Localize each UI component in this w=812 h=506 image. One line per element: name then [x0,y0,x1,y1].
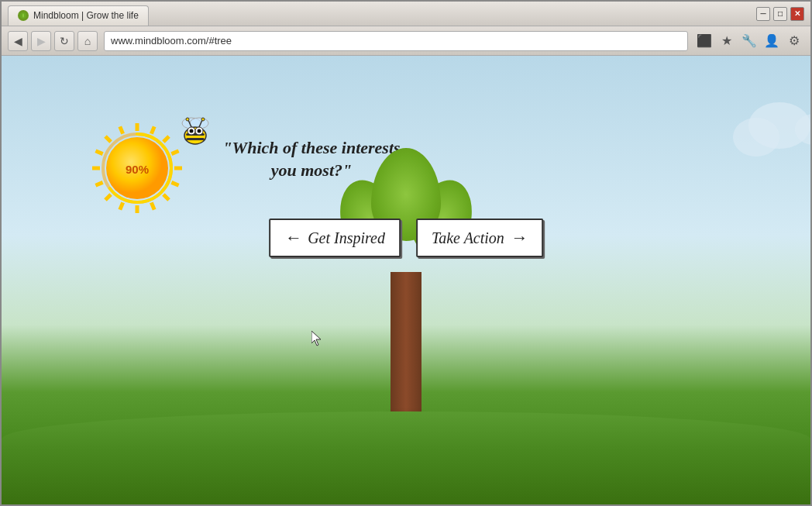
bee [176,114,207,141]
address-bar[interactable] [111,35,681,46]
user-icon[interactable]: 👤 [762,31,782,51]
reload-icon: ↻ [60,35,69,47]
take-action-label: Take Action [432,229,504,247]
svg-line-3 [163,136,169,142]
home-button[interactable]: ⌂ [77,31,98,51]
tab-title: Mindbloom | Grow the life [33,10,139,21]
svg-rect-24 [186,138,205,140]
settings-icon[interactable]: ⚙ [784,31,804,51]
svg-line-4 [171,151,178,154]
tree [329,133,483,427]
get-inspired-label: Get Inspired [308,229,385,247]
svg-point-30 [186,118,189,121]
arrow-right-icon: → [511,228,528,248]
close-button[interactable]: ✕ [790,7,804,21]
reload-button[interactable]: ↻ [54,31,74,51]
maximize-button[interactable]: □ [773,7,787,21]
minimize-button[interactable]: ─ [756,7,770,21]
svg-point-32 [201,118,205,121]
content-area: 90% [2,56,810,504]
svg-line-7 [163,194,169,200]
sun-percentage: 90% [126,163,149,176]
bookmark-icon[interactable]: ⬛ [694,31,714,51]
svg-line-2 [151,126,154,133]
svg-line-12 [95,182,102,185]
wrench-icon[interactable]: 🔧 [739,31,759,51]
svg-line-14 [95,151,102,154]
take-action-button[interactable]: Take Action → [416,219,543,257]
svg-line-11 [105,194,111,200]
browser-window: Mindbloom | Grow the life ─ □ ✕ ◀ ▶ ↻ ⌂ … [0,0,812,506]
arrow-left-icon: ← [284,228,301,248]
svg-line-8 [151,202,154,209]
back-icon: ◀ [14,35,22,47]
sun-container: 90% [87,118,188,219]
get-inspired-button[interactable]: ← Get Inspired [269,219,401,257]
toolbar-icons: ⬛ ★ 🔧 👤 ⚙ [694,31,804,51]
scene: 90% [2,56,810,504]
browser-tab[interactable]: Mindbloom | Grow the life [8,5,149,26]
svg-line-6 [171,182,178,185]
cursor [311,331,321,345]
address-bar-container[interactable] [104,31,688,51]
toolbar: ◀ ▶ ↻ ⌂ ⬛ ★ 🔧 👤 ⚙ [2,26,810,56]
back-button[interactable]: ◀ [8,31,28,51]
forward-button[interactable]: ▶ [31,31,51,51]
sign-buttons: ← Get Inspired Take Action → [269,219,543,257]
ground [2,411,810,504]
svg-line-16 [120,126,123,133]
svg-point-26 [190,129,194,133]
home-icon: ⌂ [84,35,91,47]
svg-line-10 [120,202,123,209]
window-controls: ─ □ ✕ [756,7,804,21]
title-bar: Mindbloom | Grow the life ─ □ ✕ [2,2,810,26]
star-icon[interactable]: ★ [717,31,737,51]
tree-trunk [391,272,421,427]
cloud-2 [733,118,779,157]
svg-point-28 [198,129,201,133]
forward-icon: ▶ [37,35,46,47]
tab-favicon [18,10,29,21]
svg-line-15 [105,136,111,142]
